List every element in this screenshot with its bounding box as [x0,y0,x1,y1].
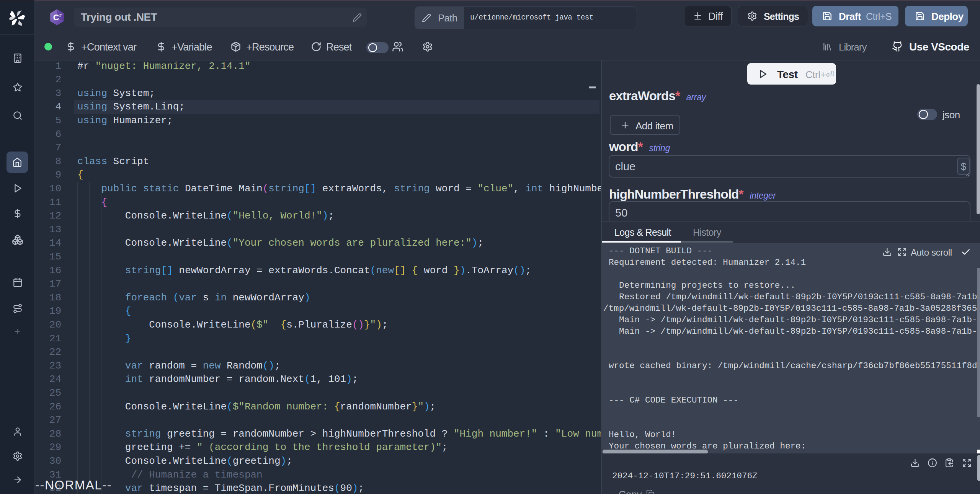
svg-text:#: # [59,13,62,18]
svg-text:C: C [53,13,59,22]
